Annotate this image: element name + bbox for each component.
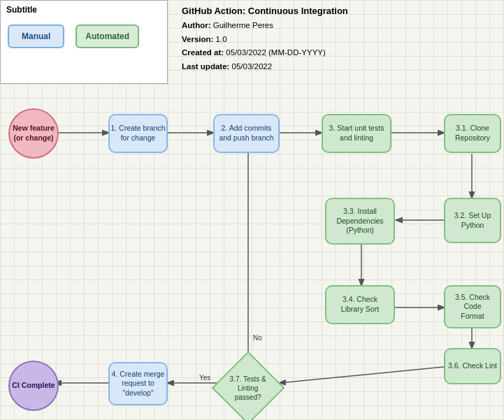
node-step32: 3.2. Set UpPython [444,198,501,243]
node-step33: 3.3. InstallDependencies(Python) [325,198,395,245]
info-created: Created at: 05/03/2022 (MM-DD-YYYY) [182,46,348,60]
info-author: Author: Guilherme Peres [182,19,348,33]
info-version: Version: 1.0 [182,33,348,47]
node-new-feature: New feature(or change) [8,108,59,159]
node-step2: 2. Add commitsand push branch [213,114,280,153]
node-step35: 3.5. Check CodeFormat [444,285,501,328]
node-ci-complete: CI Complete [8,361,59,411]
legend-box: Subtitle Manual Automated [0,0,168,84]
node-step31: 3.1. CloneRepository [444,114,501,153]
yes-label: Yes [199,374,210,382]
legend-title: Subtitle [1,1,167,17]
node-step34: 3.4. CheckLibrary Sort [325,285,395,324]
legend-automated: Automated [75,24,139,48]
svg-line-9 [280,367,444,383]
node-step1: 1. Create branchfor change [108,114,168,153]
node-step3: 3. Start unit testsand linting [322,114,391,153]
legend-manual: Manual [8,24,64,48]
node-step37: 3.7. Tests &Linting passed? [212,352,285,420]
node-step4: 4. Create mergerequest to"develop" [108,362,168,405]
info-action: GitHub Action: Continuous Integration [182,3,348,19]
info-updated: Last update: 05/03/2022 [182,60,348,74]
info-box: GitHub Action: Continuous Integration Au… [182,3,348,73]
node-step36: 3.6. Check Lint [444,348,501,384]
no-label: No [253,334,262,342]
